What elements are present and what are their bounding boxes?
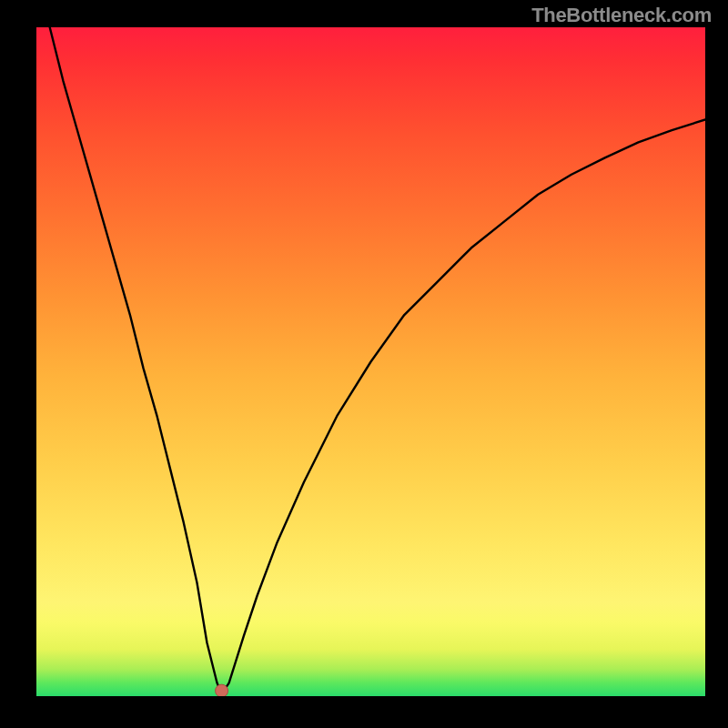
curve-svg bbox=[36, 27, 705, 696]
watermark-text: TheBottleneck.com bbox=[531, 4, 712, 27]
bottleneck-curve bbox=[36, 27, 705, 694]
plot-area bbox=[36, 27, 705, 696]
marker-dot bbox=[216, 684, 228, 696]
chart-frame: TheBottleneck.com bbox=[0, 0, 728, 728]
